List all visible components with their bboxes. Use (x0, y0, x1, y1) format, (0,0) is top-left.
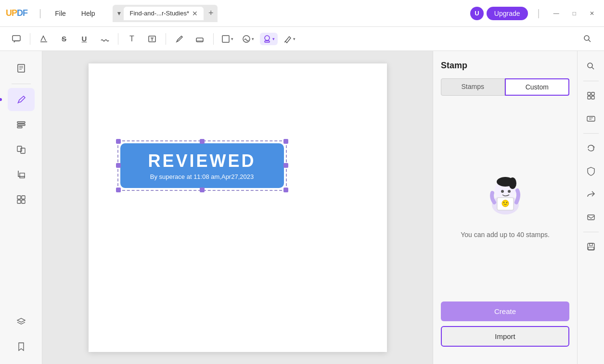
main-area: REVIEWED By superace at 11:08 am,Apr27,2… (0, 51, 604, 364)
sidebar-item-pages[interactable] (8, 57, 35, 80)
upgrade-label: Upgrade (494, 10, 520, 17)
panel-actions: Create Import (441, 294, 569, 354)
stamp-tool[interactable]: ▾ (260, 33, 278, 45)
handle-tr[interactable] (283, 139, 288, 144)
app-logo: UPDF (6, 8, 27, 18)
sidebar-item-organize[interactable] (8, 188, 35, 211)
right-grid-btn[interactable] (581, 86, 601, 105)
pdf-page: REVIEWED By superace at 11:08 am,Apr27,2… (89, 63, 387, 352)
right-sep-1 (583, 81, 599, 81)
svg-rect-18 (22, 200, 25, 203)
tab-row: Stamps Custom (441, 78, 569, 96)
upgrade-button[interactable]: Upgrade (487, 7, 528, 20)
menu-help[interactable]: Help (76, 7, 101, 20)
win-minimize[interactable]: — (550, 8, 563, 19)
toolbar-sep-3 (166, 33, 166, 45)
toolbar-sep-1 (30, 33, 30, 45)
svg-rect-2 (196, 38, 203, 42)
menu-file[interactable]: File (49, 7, 72, 20)
sidebar-item-annotate[interactable] (8, 88, 35, 111)
right-share-btn[interactable] (581, 185, 601, 204)
svg-rect-36 (588, 243, 594, 250)
right-save-btn[interactable] (581, 237, 601, 256)
svg-rect-15 (17, 196, 21, 199)
svg-rect-11 (17, 126, 22, 128)
handle-bc[interactable] (200, 188, 205, 192)
svg-point-28 (506, 202, 507, 203)
comment-tool[interactable] (8, 30, 25, 48)
underline-tool[interactable]: U (76, 30, 93, 48)
sidebar-item-bookmark[interactable] (8, 335, 35, 358)
title-right: U Upgrade | — □ ✕ (470, 7, 598, 20)
signature-tool[interactable]: ▾ (239, 33, 257, 45)
squiggly-tool[interactable] (96, 30, 113, 48)
title-sep: | (39, 8, 41, 19)
svg-rect-3 (222, 36, 229, 42)
svg-rect-34 (587, 116, 595, 121)
svg-point-29 (588, 63, 592, 68)
active-tab[interactable]: Find-and-...r-Studies* ✕ (124, 7, 204, 20)
tab-add-btn[interactable]: + (208, 8, 214, 18)
svg-rect-30 (588, 92, 591, 95)
canvas-area: REVIEWED By superace at 11:08 am,Apr27,2… (42, 51, 433, 364)
textbox-tool[interactable] (143, 30, 161, 48)
svg-rect-8 (18, 64, 25, 72)
handle-bl[interactable] (116, 188, 121, 192)
right-ocr-btn[interactable] (581, 109, 601, 128)
toolbar-search[interactable] (579, 30, 596, 48)
sidebar-item-layers[interactable] (8, 310, 35, 333)
right-protect-btn[interactable] (581, 162, 601, 181)
text-tool[interactable]: T (123, 30, 141, 48)
shape-tool[interactable]: ▾ (218, 33, 236, 45)
right-email-btn[interactable] (581, 208, 601, 227)
svg-rect-12 (17, 146, 22, 151)
eraser-tool[interactable] (191, 30, 208, 48)
svg-point-24 (508, 190, 511, 193)
strikethrough-tool[interactable]: S (55, 30, 73, 48)
svg-rect-9 (17, 122, 25, 123)
stamp-selection-box: REVIEWED By superace at 11:08 am,Apr27,2… (117, 140, 287, 191)
import-stamp-button[interactable]: Import (441, 326, 569, 347)
handle-tc[interactable] (200, 139, 205, 144)
right-toolbar (577, 51, 604, 364)
right-search-btn[interactable] (581, 57, 601, 76)
highlight-tool[interactable] (35, 30, 52, 48)
svg-rect-33 (591, 96, 594, 99)
create-stamp-button[interactable]: Create (441, 301, 569, 321)
svg-point-5 (265, 36, 270, 40)
tab-dropdown-arrow[interactable]: ▼ (116, 10, 122, 17)
win-close[interactable]: ✕ (586, 8, 598, 19)
user-avatar[interactable]: U (470, 7, 484, 20)
pen-tool[interactable] (171, 30, 188, 48)
title-bar: UPDF | File Help ▼ Find-and-...r-Studies… (0, 0, 604, 27)
svg-rect-31 (591, 92, 594, 95)
tab-close-btn[interactable]: ✕ (192, 10, 198, 17)
win-maximize[interactable]: □ (569, 8, 580, 19)
toolbar-sep-4 (213, 33, 214, 45)
search-btn[interactable] (579, 30, 596, 48)
handle-tl[interactable] (116, 139, 121, 144)
sidebar-item-fields[interactable] (8, 113, 35, 136)
handle-ml[interactable] (116, 163, 121, 168)
sidebar-item-page-ops[interactable] (8, 138, 35, 161)
svg-point-23 (501, 190, 504, 193)
stamp-panel: Stamp Stamps Custom (433, 51, 577, 364)
tab-custom[interactable]: Custom (505, 78, 570, 96)
pen2-tool[interactable]: ▾ (281, 33, 298, 45)
svg-rect-16 (22, 196, 25, 199)
svg-rect-10 (17, 124, 25, 126)
handle-mr[interactable] (283, 163, 288, 168)
svg-rect-32 (588, 96, 591, 99)
svg-rect-14 (20, 173, 25, 178)
handle-br[interactable] (283, 188, 288, 192)
tab-stamps[interactable]: Stamps (441, 78, 505, 96)
annotation-toolbar: S U T ▾ ▾ ▾ ▾ (0, 27, 604, 51)
svg-point-26 (502, 200, 509, 207)
stamp-subtitle: By superace at 11:08 am,Apr27,2023 (136, 173, 269, 180)
sidebar-item-crop[interactable] (8, 163, 35, 186)
win-sep: | (538, 8, 540, 19)
stamp-container[interactable]: REVIEWED By superace at 11:08 am,Apr27,2… (117, 140, 287, 191)
svg-point-7 (584, 36, 589, 40)
right-convert-btn[interactable] (581, 138, 601, 158)
svg-rect-37 (590, 243, 592, 246)
